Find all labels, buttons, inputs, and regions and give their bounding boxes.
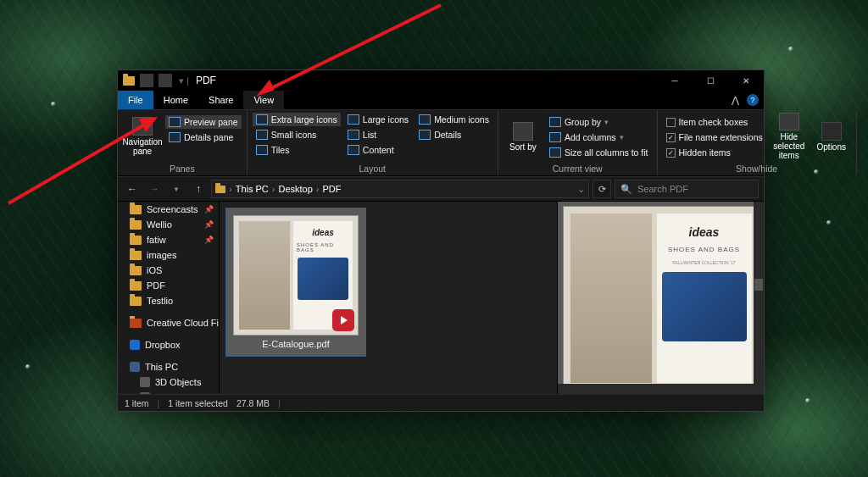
preview-scrollbar-h[interactable] (558, 384, 754, 394)
title-separator: ▾ | (172, 75, 196, 86)
back-button[interactable]: ← (123, 180, 142, 198)
hidden-items-toggle[interactable]: ✓Hidden items (663, 146, 766, 159)
nav-screencasts[interactable]: Screencasts📌 (118, 202, 219, 217)
preview-pane[interactable]: ideas SHOES AND BAGS FALL/WINTER COLLECT… (557, 202, 764, 394)
group-layout: Extra large icons Small icons Tiles Larg… (248, 110, 498, 175)
preview-subtitle: FALL/WINTER COLLECTION '17 (672, 260, 735, 265)
layout-tiles[interactable]: Tiles (253, 143, 341, 157)
group-by-button[interactable]: Group by ▾ (546, 115, 652, 129)
files-area[interactable]: ideas SHOES AND BAGS E-Catalogue.pdf (220, 202, 557, 394)
layout-details[interactable]: Details (415, 128, 492, 141)
search-placeholder: Search PDF (637, 184, 688, 194)
hide-selected-button[interactable]: Hide selected items (770, 113, 809, 160)
layout-large[interactable]: Large icons (344, 113, 412, 126)
ribbon-view: Navigation pane Preview pane Details pan… (118, 110, 764, 176)
add-columns-button[interactable]: Add columns ▾ (546, 130, 652, 144)
ribbon-collapse-button[interactable]: ⋀ (725, 91, 745, 109)
status-count: 1 item (125, 398, 149, 408)
nav-images[interactable]: images (118, 247, 219, 263)
nav-ios[interactable]: iOS (118, 263, 219, 278)
status-bar: 1 item | 1 item selected 27.8 MB | (118, 394, 764, 411)
layout-small[interactable]: Small icons (253, 128, 341, 141)
dropbox-icon (130, 340, 140, 350)
options-button[interactable]: Options (812, 113, 851, 160)
navigation-pane[interactable]: Screencasts📌 Wellio📌 fatiw📌 images iOS P… (118, 202, 220, 394)
group-current-view-label: Current view (504, 162, 652, 175)
qat-button-2[interactable] (159, 74, 172, 87)
file-explorer-window: ▾ | PDF ─ ☐ ✕ File Home Share View ⋀ ? N… (117, 69, 765, 412)
navigation-pane-label: Navigation pane (122, 137, 162, 156)
navigation-pane-button[interactable]: Navigation pane (123, 113, 162, 160)
preview-pane-icon (169, 117, 181, 127)
layout-list[interactable]: List (344, 128, 412, 141)
preview-tagline: SHOES AND BAGS (668, 246, 740, 253)
layout-medium[interactable]: Medium icons (415, 113, 492, 126)
nav-pdf[interactable]: PDF (118, 278, 219, 293)
nav-creative-cloud[interactable]: Creative Cloud Files (118, 315, 219, 330)
status-selected: 1 item selected (168, 398, 228, 408)
close-button[interactable]: ✕ (728, 70, 764, 91)
window-icon (123, 76, 135, 86)
item-check-boxes-toggle[interactable]: Item check boxes (663, 115, 766, 129)
preview-document: ideas SHOES AND BAGS FALL/WINTER COLLECT… (563, 206, 760, 391)
group-panes-label: Panes (123, 162, 242, 175)
help-icon[interactable]: ? (747, 94, 759, 106)
breadcrumb-1[interactable]: Desktop (278, 184, 312, 194)
file-name-label: E-Catalogue.pdf (262, 339, 330, 349)
details-pane-icon (169, 132, 181, 142)
nav-3d-objects[interactable]: 3D Objects (118, 374, 219, 390)
group-show-hide-label: Show/hide (663, 162, 851, 175)
this-pc-icon (130, 362, 140, 372)
preview-brand: ideas (689, 225, 720, 239)
nav-fatiw[interactable]: fatiw📌 (118, 232, 219, 247)
file-item-e-catalogue[interactable]: ideas SHOES AND BAGS E-Catalogue.pdf (226, 208, 365, 356)
refresh-button[interactable]: ⟳ (593, 180, 611, 198)
preview-pane-button[interactable]: Preview pane (165, 115, 242, 129)
group-show-hide: Item check boxes ✓File name extensions ✓… (658, 110, 857, 175)
pdf-badge-icon (332, 309, 354, 331)
forward-button[interactable]: → (145, 180, 164, 198)
address-bar: ← → ▼ ↑ › This PC › Desktop › PDF ⌄ ⟳ 🔍 … (118, 176, 764, 202)
minimize-button[interactable]: ─ (657, 70, 693, 91)
tab-view[interactable]: View (243, 91, 284, 109)
nav-wellio[interactable]: Wellio📌 (118, 217, 219, 232)
details-pane-button[interactable]: Details pane (165, 130, 242, 144)
sort-by-button[interactable]: Sort by (504, 113, 542, 160)
explorer-body: Screencasts📌 Wellio📌 fatiw📌 images iOS P… (118, 202, 764, 394)
titlebar[interactable]: ▾ | PDF ─ ☐ ✕ (118, 70, 764, 91)
file-thumbnail: ideas SHOES AND BAGS (233, 215, 359, 336)
group-layout-label: Layout (253, 162, 492, 175)
status-size: 27.8 MB (236, 398, 270, 408)
nav-testlio[interactable]: Testlio (118, 293, 219, 308)
breadcrumb-dropdown[interactable]: ⌄ (577, 184, 585, 195)
ribbon-tabs: File Home Share View ⋀ ? (118, 91, 764, 110)
breadcrumb-icon (215, 186, 225, 193)
breadcrumb[interactable]: › This PC › Desktop › PDF ⌄ (211, 180, 589, 198)
layout-extra-large[interactable]: Extra large icons (253, 113, 341, 126)
tab-home[interactable]: Home (153, 91, 198, 109)
breadcrumb-0[interactable]: This PC (236, 184, 269, 194)
search-icon: 🔍 (620, 184, 632, 195)
window-title: PDF (196, 75, 216, 86)
qat-button[interactable] (140, 74, 153, 87)
breadcrumb-2[interactable]: PDF (323, 184, 342, 194)
group-current-view: Sort by Group by ▾ Add columns ▾ Size al… (498, 110, 658, 175)
search-box[interactable]: 🔍 Search PDF (615, 180, 759, 198)
recent-button[interactable]: ▼ (167, 180, 186, 198)
tab-file[interactable]: File (118, 91, 153, 109)
nav-dropbox[interactable]: Dropbox (118, 337, 219, 352)
maximize-button[interactable]: ☐ (693, 70, 728, 91)
thumb-brand: ideas (312, 228, 334, 237)
nav-this-pc[interactable]: This PC (118, 359, 219, 374)
up-button[interactable]: ↑ (189, 180, 208, 198)
tab-share[interactable]: Share (198, 91, 243, 109)
thumb-tagline: SHOES AND BAGS (297, 242, 349, 252)
preview-scrollbar-v[interactable] (754, 202, 764, 394)
file-extensions-toggle[interactable]: ✓File name extensions (663, 130, 766, 144)
layout-content[interactable]: Content (344, 143, 412, 157)
size-columns-button[interactable]: Size all columns to fit (546, 146, 652, 159)
group-panes: Navigation pane Preview pane Details pan… (118, 110, 248, 175)
